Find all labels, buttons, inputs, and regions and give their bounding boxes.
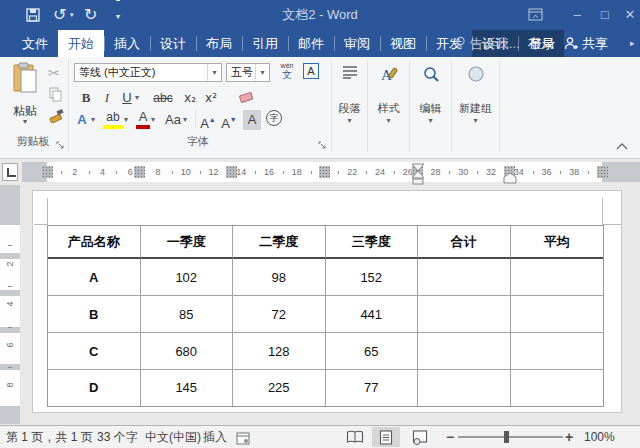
tab-插入[interactable]: 插入 [104, 30, 150, 57]
phonetic-guide-button[interactable]: wén 文 [276, 62, 298, 80]
table-header-cell[interactable]: 产品名称 [48, 226, 141, 259]
table-cell[interactable] [418, 333, 511, 370]
tab-邮件[interactable]: 邮件 [288, 30, 334, 57]
font-name-combo[interactable]: 等线 (中文正文) ▾ [74, 63, 222, 82]
table-cell[interactable]: 441 [326, 296, 419, 333]
font-dialog-launcher-icon[interactable] [318, 136, 328, 146]
table-cell[interactable]: 680 [141, 333, 234, 370]
text-effects-dropdown-icon[interactable]: ▾ [91, 110, 95, 130]
editing-group[interactable]: 编辑▾ [410, 57, 451, 152]
redo-icon[interactable]: ↻ [84, 0, 97, 30]
underline-button[interactable]: U [120, 88, 134, 108]
table-cell[interactable]: 145 [141, 370, 234, 406]
table-column-marker[interactable] [597, 166, 608, 178]
zoom-out-button[interactable]: − [446, 426, 454, 448]
chevron-down-icon[interactable]: ▾ [255, 64, 269, 81]
table-column-marker[interactable] [42, 166, 53, 178]
right-indent-marker[interactable] [503, 170, 517, 188]
table-cell[interactable] [511, 333, 604, 370]
word-count[interactable]: 33 个字 [97, 426, 138, 448]
table-cell[interactable] [418, 259, 511, 296]
web-layout-button[interactable] [406, 427, 434, 447]
cut-icon[interactable]: ✂ [48, 65, 60, 81]
table-header-cell[interactable]: 一季度 [141, 226, 234, 259]
table-cell[interactable] [511, 370, 604, 406]
collapse-ribbon-icon[interactable] [612, 141, 632, 152]
chevron-down-icon[interactable]: ▾ [452, 116, 499, 125]
superscript-button[interactable]: x² [202, 88, 220, 108]
table-cell[interactable]: A [48, 259, 141, 296]
table-cell[interactable]: D [48, 370, 141, 406]
language-indicator[interactable]: 中文(中国) [145, 426, 201, 448]
paste-dropdown-icon[interactable]: ▾ [4, 117, 46, 126]
table-cell[interactable] [511, 296, 604, 333]
tab-设计[interactable]: 设计 [150, 30, 196, 57]
tab-布局[interactable]: 布局 [196, 30, 242, 57]
underline-dropdown-icon[interactable]: ▾ [135, 88, 139, 108]
table-header-cell[interactable]: 二季度 [233, 226, 326, 259]
maximize-button[interactable]: □ [594, 0, 616, 30]
paste-button[interactable]: 粘贴 ▾ [4, 62, 46, 129]
zoom-slider-track[interactable] [458, 436, 563, 438]
share-button[interactable]: 共享 [564, 30, 608, 57]
clear-formatting-icon[interactable] [237, 90, 255, 108]
document-page[interactable]: 产品名称一季度二季度三季度合计平均A10298152B8572441C68012… [32, 190, 622, 413]
table-cell[interactable]: B [48, 296, 141, 333]
table-row-marker[interactable] [0, 327, 20, 333]
table-column-marker[interactable] [319, 166, 330, 178]
horizontal-ruler[interactable]: 246810121416182022242628303234363840 [22, 162, 640, 182]
table-header-cell[interactable]: 合计 [418, 226, 511, 259]
strikethrough-button[interactable]: abc [150, 88, 176, 108]
font-color-button[interactable]: A [136, 110, 150, 129]
table-cell[interactable]: 77 [326, 370, 419, 406]
change-case-dropdown-icon[interactable]: ▾ [183, 110, 187, 130]
chevron-down-icon[interactable]: ▾ [332, 116, 367, 125]
tab-引用[interactable]: 引用 [242, 30, 288, 57]
vertical-ruler[interactable]: 2468 [0, 185, 20, 424]
table-cell[interactable]: 128 [233, 333, 326, 370]
tab-scroll-arrow-icon[interactable]: ▸ [630, 30, 635, 57]
table-cell[interactable]: C [48, 333, 141, 370]
bold-button[interactable]: B [78, 88, 94, 108]
shrink-font-button[interactable]: A▼ [221, 110, 237, 130]
page-info[interactable]: 第 1 页，共 1 页 [6, 426, 93, 448]
text-effects-button[interactable]: A [74, 110, 90, 130]
insert-mode-indicator[interactable]: 插入 [203, 426, 227, 448]
close-button[interactable]: ✕ [619, 0, 640, 30]
table-cell[interactable]: 65 [326, 333, 419, 370]
grow-font-button[interactable]: A▲ [200, 110, 216, 130]
italic-button[interactable]: I [100, 88, 114, 108]
clipboard-dialog-launcher-icon[interactable] [56, 136, 66, 146]
change-case-button[interactable]: Aa [163, 110, 183, 130]
highlight-button[interactable]: ab [103, 110, 123, 129]
character-shading-button[interactable]: A [243, 110, 261, 130]
copy-icon[interactable] [49, 87, 63, 106]
table-cell[interactable]: 98 [233, 259, 326, 296]
ribbon-display-options-icon[interactable] [524, 0, 546, 30]
font-size-combo[interactable]: 五号 ▾ [226, 63, 270, 82]
indent-markers[interactable] [410, 163, 426, 189]
table-cell[interactable] [511, 259, 604, 296]
undo-dropdown-icon[interactable]: ▾ [70, 0, 74, 30]
table-cell[interactable]: 225 [233, 370, 326, 406]
character-border-button[interactable]: A [303, 63, 319, 79]
font-color-dropdown-icon[interactable]: ▾ [151, 110, 155, 130]
minimize-button[interactable]: – [566, 0, 588, 30]
zoom-slider-thumb[interactable] [504, 431, 509, 443]
qat-customize-icon[interactable]: ▾ [116, 0, 120, 30]
highlight-dropdown-icon[interactable]: ▾ [124, 110, 128, 130]
print-layout-button[interactable] [372, 427, 400, 447]
paragraph-group[interactable]: 段落▾ [332, 57, 367, 152]
styles-group[interactable]: A样式▾ [368, 57, 409, 152]
chevron-down-icon[interactable]: ▾ [410, 116, 451, 125]
macro-record-icon[interactable] [236, 431, 250, 448]
undo-icon[interactable]: ↺ [53, 0, 66, 30]
enclose-characters-button[interactable]: 字 [266, 110, 282, 126]
tab-file[interactable]: 文件 [8, 30, 62, 57]
tab-视图[interactable]: 视图 [380, 30, 426, 57]
chevron-down-icon[interactable]: ▾ [368, 116, 409, 125]
tab-开始[interactable]: 开始 [58, 30, 104, 57]
sign-in-button[interactable]: 登录 [529, 30, 555, 57]
new-group[interactable]: 新建组▾ [452, 57, 499, 152]
zoom-in-button[interactable]: + [565, 426, 573, 448]
